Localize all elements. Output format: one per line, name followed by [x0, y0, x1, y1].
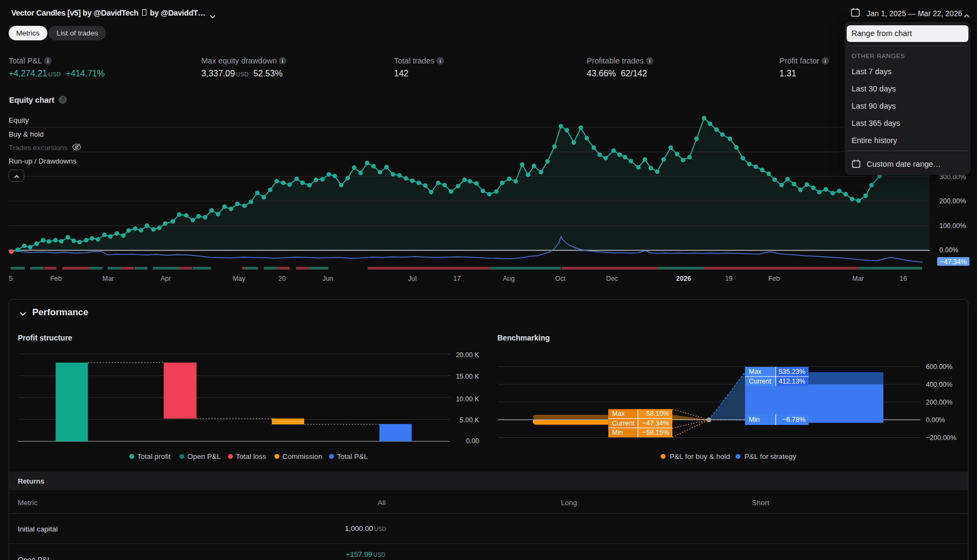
svg-text:−47.34%: −47.34%: [940, 258, 967, 266]
svg-text:17: 17: [453, 275, 461, 282]
svg-text:−58.15%: −58.15%: [642, 429, 669, 436]
svg-text:Jul: Jul: [408, 275, 417, 282]
svg-text:−47.34%: −47.34%: [642, 420, 669, 427]
svg-text:Mar: Mar: [102, 275, 114, 282]
svg-text:Mar: Mar: [852, 275, 864, 282]
svg-text:−6.78%: −6.78%: [782, 416, 805, 423]
svg-text:Max: Max: [612, 410, 625, 417]
svg-text:P&L for buy & hold: P&L for buy & hold: [670, 452, 730, 460]
svg-text:400.00%: 400.00%: [926, 381, 952, 388]
svg-text:0.00%: 0.00%: [939, 246, 958, 254]
svg-text:Apr: Apr: [160, 275, 171, 282]
svg-text:200.00%: 200.00%: [939, 197, 966, 205]
svg-text:16: 16: [899, 275, 907, 282]
svg-text:Jun: Jun: [322, 275, 333, 282]
svg-text:58.10%: 58.10%: [646, 410, 669, 417]
svg-text:Current: Current: [749, 378, 771, 385]
svg-text:200.00%: 200.00%: [926, 399, 952, 406]
svg-text:Oct: Oct: [555, 275, 566, 282]
svg-text:Feb: Feb: [50, 275, 62, 282]
svg-text:100.00%: 100.00%: [939, 222, 966, 230]
svg-text:412.13%: 412.13%: [779, 378, 805, 385]
svg-text:Aug: Aug: [503, 275, 515, 282]
svg-text:5: 5: [9, 275, 13, 282]
svg-text:Min: Min: [749, 416, 760, 423]
svg-text:Feb: Feb: [768, 275, 780, 282]
svg-text:Max: Max: [749, 368, 762, 375]
svg-text:20: 20: [278, 275, 286, 282]
svg-text:P&L for strategy: P&L for strategy: [744, 452, 797, 460]
svg-text:Min: Min: [612, 429, 623, 436]
svg-text:May: May: [233, 275, 245, 282]
svg-text:−200.00%: −200.00%: [926, 434, 957, 442]
svg-text:19: 19: [725, 275, 733, 282]
svg-text:535.23%: 535.23%: [779, 368, 805, 375]
svg-text:Dec: Dec: [606, 275, 618, 282]
svg-text:2026: 2026: [676, 275, 691, 282]
svg-text:0.00%: 0.00%: [926, 416, 945, 424]
svg-text:Current: Current: [612, 420, 635, 427]
svg-text:600.00%: 600.00%: [926, 363, 952, 371]
